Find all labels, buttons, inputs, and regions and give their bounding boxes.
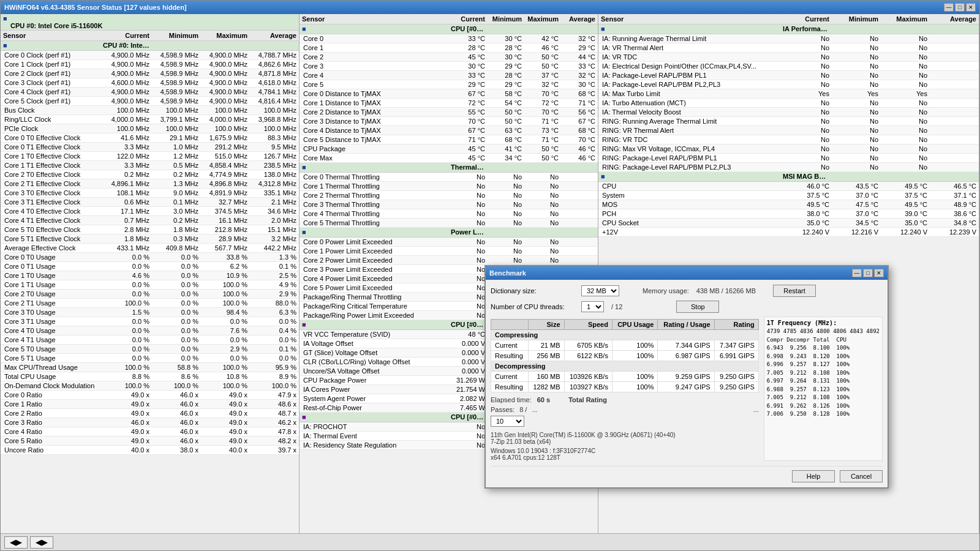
dialog-max-button[interactable]: □ [863, 269, 873, 277]
p1-col-max: Maximum [198, 32, 247, 39]
bench-compress-current-cpu: 100% [612, 340, 658, 351]
row-value: 0.000 V [448, 349, 485, 356]
row-value: No [829, 44, 878, 51]
row-value: No [780, 154, 829, 162]
cancel-button[interactable]: Cancel [840, 470, 883, 482]
minimize-button[interactable]: — [944, 3, 954, 12]
p2-section-icon: ■ [302, 228, 448, 236]
bench-compress-resulting-cpu: 100% [612, 351, 658, 361]
row-value: No [448, 293, 485, 301]
row-value: 55 °C [448, 108, 485, 116]
cpu-threads-max: / 12 [611, 303, 622, 310]
nav-prev-button[interactable]: ◀▶ [4, 536, 28, 549]
row-value: 0.2 MHz [100, 171, 149, 178]
row-label: Core Max [302, 154, 448, 162]
row-value: 50 °C [522, 154, 559, 162]
cpu-threads-select[interactable]: 1 [581, 301, 604, 312]
row-label: IA: Turbo Attenuation (MCT) [601, 99, 780, 107]
row-label: Core 2 [302, 53, 448, 61]
row-label: Core 3 Ratio [3, 419, 100, 426]
row-value: 0.0 % [198, 318, 247, 325]
row-value: 126.7 MHz [247, 152, 296, 160]
row-value: 100.0 MHz [100, 125, 149, 132]
row-label: Core 3 Clock (perf #1) [3, 79, 100, 86]
row-value: 4,618.0 MHz [247, 79, 296, 86]
row-value: 4,896.8 MHz [198, 180, 247, 187]
row-value: No [448, 266, 485, 273]
restart-button[interactable]: Restart [773, 285, 816, 297]
os-info-text: Windows 10.0 19043 : f:3F310F2774C [491, 448, 759, 454]
row-value: No [780, 127, 829, 134]
table-row: Ring/LLC Clock4,000.0 MHz3,799.1 MHz4,00… [1, 115, 299, 124]
row-label: VR VCC Temperature (SVID) [302, 331, 448, 338]
row-value: No [448, 284, 485, 291]
bench-compress-current: Current 21 MB 6705 KB/s 100% 7.344 GIPS … [491, 340, 759, 351]
dialog-controls: — □ ✕ [852, 269, 884, 277]
row-value: 4,598.9 MHz [149, 79, 198, 86]
table-row: RING: Package-Level RAPL/PBM PL2,PL3NoNo… [598, 163, 979, 172]
row-value: 100.0 % [198, 281, 247, 288]
panel1-rows: ■CPU #0: Intel Core i5-11600KCore 0 Cloc… [1, 41, 299, 533]
panel1-header: ■ CPU #0: Intel Core i5-11600K [1, 14, 299, 31]
row-value: 0.0 % [100, 354, 149, 362]
row-value: 35.0 °C [780, 219, 829, 227]
passes-select[interactable]: 10 [491, 416, 524, 427]
row-value: 40.0 x [100, 446, 149, 454]
row-value: No [829, 145, 878, 152]
row-value: 0.0 % [100, 263, 149, 270]
row-value: 46.0 x [149, 419, 198, 426]
row-value: 9.5 MHz [247, 143, 296, 151]
row-value: 0.0 % [149, 281, 198, 288]
dialog-min-button[interactable]: — [852, 269, 862, 277]
close-button[interactable]: ✕ [966, 3, 976, 12]
row-value: 32 °C [559, 72, 595, 79]
p2-col-avg: Average [559, 15, 595, 23]
row-value: 49.5 °C [780, 201, 829, 208]
benchmark-title-text: Benchmark [489, 269, 526, 277]
row-value: 29 °C [485, 62, 522, 70]
row-label: Core 2 Power Limit Exceeded [302, 257, 448, 264]
row-value: 3.0 MHz [149, 208, 198, 215]
p2-section2-title: CPU [#0]: Intel Core i5-11600K: Enhanced [448, 321, 485, 328]
table-row: Bus Clock100.0 MHz100.0 MHz100.0 MHz100.… [1, 106, 299, 115]
row-label: IA: PROCHOT [302, 423, 448, 430]
row-value: 44 °C [559, 53, 595, 61]
row-value: 45 °C [448, 145, 485, 152]
row-label: Package/Ring Critical Temperature [302, 302, 448, 310]
row-value: 0.0 % [149, 345, 198, 353]
table-row: Core 5 Clock (perf #1)4,900.0 MHz4,598.9… [1, 97, 299, 106]
bench-stats-row: Elapsed time: 60 s Total Rating [491, 396, 759, 403]
row-value: 100.0 % [198, 290, 247, 298]
row-value: 4,900.0 MHz [198, 70, 247, 77]
row-label: CPU Socket [601, 219, 780, 227]
help-button[interactable]: Help [792, 470, 835, 482]
table-row: Core 3 Ratio46.0 x46.0 x49.0 x46.2 x [1, 418, 299, 427]
row-label: CPU Package [302, 145, 448, 152]
dialog-close-button[interactable]: ✕ [874, 269, 884, 277]
stop-button[interactable]: Stop [676, 301, 719, 313]
row-value: No [780, 72, 829, 79]
row-value: 100.0 % [100, 364, 149, 371]
row-value: No [829, 118, 878, 125]
row-label: Core 4 Power Limit Exceeded [302, 275, 448, 282]
row-label: Core 3 Thermal Throttling [302, 201, 448, 208]
table-row: Core 1 Thermal ThrottlingNoNoNo [300, 182, 598, 191]
p3-section-title: MSI MAG B560 TOMAHAWK WIFI (MS-7D15) (Nu… [780, 173, 829, 180]
benchmark-main-table-area: Size Speed CPU Usage Rating / Usage Rati… [491, 317, 759, 461]
row-value: 21.754 W [448, 386, 485, 393]
table-row: Core 5 T1 Usage0.0 %0.0 %0.0 %0.0 % [1, 354, 299, 363]
row-value: 49.0 x [198, 400, 247, 408]
nav-next-button[interactable]: ◀▶ [30, 536, 53, 549]
row-value: 0.0 % [100, 336, 149, 343]
dict-size-select[interactable]: 32 MB [581, 285, 619, 296]
row-value: 73 °C [522, 127, 559, 134]
row-label: Core 1 Power Limit Exceeded [302, 247, 448, 255]
row-label: Core 0 T0 Usage [3, 253, 100, 261]
row-value: 0.0 % [149, 309, 198, 316]
panel1-title-icon: ■ [3, 15, 100, 22]
row-value: No [829, 62, 878, 70]
row-value: 50 °C [485, 118, 522, 125]
maximize-button[interactable]: □ [955, 3, 965, 12]
row-value: 108.1 MHz [100, 189, 149, 197]
row-value: 0.2 MHz [149, 171, 198, 178]
